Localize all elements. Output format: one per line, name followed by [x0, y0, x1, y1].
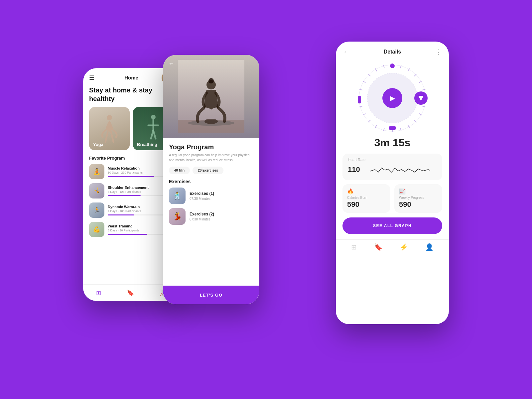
fav-thumb-4: 💪 [89, 222, 104, 237]
yoga-program-title: Yoga Program [169, 143, 253, 151]
exercise-thumb-2: 💃 [169, 208, 186, 225]
details-nav-profile[interactable]: 👤 [425, 243, 434, 251]
svg-line-32 [375, 69, 377, 71]
svg-line-33 [384, 65, 384, 68]
exercise-name-2: Exercises (2) [190, 212, 214, 216]
calories-label: Calories Burn [347, 196, 386, 200]
exercise-name-1: Exercises (1) [190, 191, 214, 196]
exercise-item-2[interactable]: 💃 Exercises (2) 07:30 Minutes [169, 208, 253, 225]
fav-thumb-2: 🤸 [89, 183, 104, 199]
home-nav-bookmark[interactable]: 🔖 [127, 289, 134, 297]
stats-section: Heart Rate 110 🔥 Calories Burn 590 📈 Wee… [336, 154, 449, 213]
details-nav-activity[interactable]: ⚡ [400, 243, 408, 251]
weekly-value: 590 [399, 200, 438, 209]
svg-line-30 [363, 81, 365, 82]
phone-yoga: ← [163, 55, 259, 304]
fire-icon: 🔥 [347, 188, 386, 195]
svg-line-31 [368, 74, 370, 76]
details-title: Details [384, 49, 401, 55]
heart-rate-chart-svg [363, 163, 437, 176]
list-item[interactable]: 🧘 Muscle Relaxation 10 Days · 210 Partic… [89, 164, 174, 179]
details-more-button[interactable]: ⋮ [435, 48, 442, 56]
list-item[interactable]: 🤸 Shoulder Enhancement 8 Days · 128 Part… [89, 183, 174, 199]
weekly-card: 📈 Weekly Progress 590 [394, 184, 442, 213]
exercise-info-2: Exercises (2) 07:30 Minutes [190, 212, 214, 221]
yoga-hero-figure [178, 60, 244, 133]
exercise-info-1: Exercises (1) 07:30 Minutes [190, 191, 214, 200]
heart-rate-label: Heart Rate [348, 158, 437, 162]
svg-line-19 [414, 120, 416, 122]
svg-line-27 [359, 106, 362, 107]
details-back-button[interactable]: ← [343, 49, 349, 56]
calories-value: 590 [347, 200, 386, 209]
exercise-item-1[interactable]: 🕺 Exercises (1) 07:30 Minutes [169, 188, 253, 204]
yoga-program-desc: A regular yoga program can help improve … [169, 153, 253, 163]
stats-row: 🔥 Calories Burn 590 📈 Weekly Progress 59… [342, 184, 442, 213]
svg-line-21 [400, 128, 401, 131]
svg-line-25 [368, 120, 370, 122]
weekly-label: Weekly Progress [399, 196, 438, 200]
yoga-back-button[interactable]: ← [168, 60, 174, 67]
breathing-figure [142, 114, 165, 144]
phone-details: ← Details ⋮ [336, 42, 449, 324]
details-bottom-nav: ⊞ 🔖 ⚡ 👤 [336, 239, 449, 256]
svg-line-26 [363, 114, 365, 115]
yoga-card-label: Yoga [93, 142, 103, 147]
heart-rate-chart: 110 [348, 163, 437, 176]
exercises-title: Exercises [169, 179, 253, 184]
phones-container: ☰ Home 🧑 Stay at home & stay healthty [83, 42, 449, 357]
svg-line-18 [419, 114, 422, 115]
svg-line-11 [400, 65, 401, 68]
timer-ring-container: ▶ [356, 62, 429, 135]
breathing-card-label: Breathing [137, 142, 157, 147]
exercise-duration-1: 07:30 Minutes [190, 197, 214, 200]
list-item[interactable]: 💪 Waist Training 5 Days · 90 Participant… [89, 222, 174, 237]
see-all-graph-button[interactable]: SEE ALL GRAPH [342, 217, 442, 234]
exercise-thumb-1: 🕺 [169, 188, 186, 204]
yoga-figure [96, 114, 123, 144]
svg-line-17 [423, 106, 425, 107]
svg-point-6 [208, 78, 214, 83]
svg-line-14 [419, 81, 422, 82]
home-title: Home [124, 75, 138, 80]
yoga-badges: 40 Min 20 Exercises [169, 167, 253, 174]
svg-point-0 [107, 115, 112, 120]
svg-line-12 [408, 69, 409, 71]
yoga-hero-image: ← [163, 55, 259, 138]
svg-point-34 [390, 64, 395, 68]
svg-line-24 [375, 125, 377, 127]
svg-rect-36 [358, 96, 361, 103]
heart-rate-value: 110 [348, 165, 360, 174]
yoga-body: Yoga Program A regular yoga program can … [163, 138, 259, 234]
svg-rect-35 [389, 126, 396, 130]
timer-play-button[interactable]: ▶ [382, 88, 402, 108]
yoga-card[interactable]: Yoga [89, 107, 130, 150]
details-nav-grid[interactable]: ⊞ [351, 243, 357, 251]
svg-point-7 [204, 119, 218, 124]
menu-icon[interactable]: ☰ [89, 74, 94, 81]
calories-card: 🔥 Calories Burn 590 [342, 184, 390, 213]
list-item[interactable]: 🏃 Dynamic Warm-up 4 Days · 100 Participa… [89, 202, 174, 218]
details-header: ← Details ⋮ [336, 42, 449, 58]
chart-icon: 📈 [399, 188, 438, 195]
details-nav-bookmark[interactable]: 🔖 [374, 243, 382, 251]
svg-line-29 [359, 89, 362, 90]
fav-thumb-1: 🧘 [89, 164, 104, 179]
fav-thumb-3: 🏃 [89, 202, 104, 218]
home-nav-grid[interactable]: ⊞ [96, 289, 101, 297]
svg-line-15 [423, 89, 425, 90]
timer-section: ▶ 3m 15s [336, 58, 449, 154]
yoga-badge-exercises[interactable]: 20 Exercises [193, 167, 223, 174]
timer-display: 3m 15s [374, 137, 411, 149]
svg-line-20 [408, 125, 409, 127]
yoga-badge-duration[interactable]: 40 Min [169, 167, 190, 174]
heart-rate-card: Heart Rate 110 [342, 154, 442, 180]
svg-line-13 [414, 74, 416, 76]
svg-line-23 [384, 128, 384, 131]
exercise-duration-2: 07:30 Minutes [190, 217, 214, 221]
yoga-cta-button[interactable]: LET'S GO [163, 286, 259, 304]
